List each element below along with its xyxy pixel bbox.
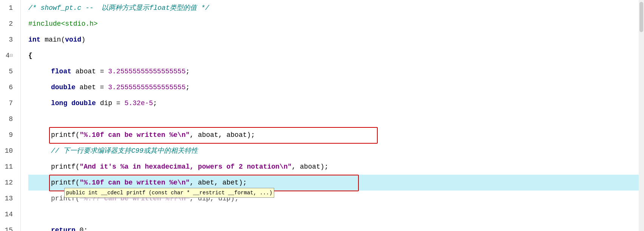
- line9-args: , aboat, aboat);: [190, 127, 255, 143]
- autocomplete-text: public int __cdecl printf (const char * …: [66, 190, 272, 196]
- code-line-4: {: [28, 48, 644, 64]
- line-num-1: 1: [0, 0, 17, 16]
- code-line-7: long double dip = 5.32e-5 ;: [28, 95, 644, 111]
- line6-semi: ;: [185, 79, 190, 95]
- line-num-10: 10: [0, 143, 17, 159]
- line-num-9: 9: [0, 127, 17, 143]
- line7-val: 5.32e-5: [124, 95, 153, 111]
- line11-str: "And it's %a in hexadecimal, powers of 2…: [80, 159, 292, 175]
- code-area[interactable]: /* showf_pt.c -- 以两种方式显示float类型的值 */ #in…: [21, 0, 644, 231]
- code-line-3: int main( void ): [28, 32, 644, 48]
- line6-abet: abet =: [76, 79, 108, 95]
- line9-printf: printf(: [51, 127, 80, 143]
- line2-content: #include<stdio.h>: [28, 16, 98, 32]
- code-line-10: // 下一行要求编译器支持C99或其中的相关特性: [28, 143, 644, 159]
- scrollbar-thumb[interactable]: [639, 2, 643, 32]
- line-num-15: 15: [0, 222, 17, 231]
- line15-zero: 0;: [76, 222, 88, 231]
- line-num-4: 4⊟: [0, 48, 17, 64]
- line3-paren: ): [81, 32, 85, 48]
- line11-args: , aboat);: [292, 159, 328, 175]
- line7-semi: ;: [153, 95, 157, 111]
- code-line-6: double abet = 3.25555555555555555 ;: [28, 79, 644, 95]
- line11-printf: printf(: [51, 159, 80, 175]
- line6-val: 3.25555555555555555: [108, 79, 185, 95]
- code-line-8: [28, 111, 644, 127]
- code-editor: 1 2 3 4⊟ 5 6 7 8 9 10 11 12 13 14 15 /* …: [0, 0, 644, 231]
- line-num-11: 11: [0, 159, 17, 175]
- code-line-14: [28, 206, 644, 222]
- line15-return: return: [51, 222, 76, 231]
- line-num-5: 5: [0, 64, 17, 79]
- line7-long: long double: [51, 95, 96, 111]
- line1-content: /* showf_pt.c -- 以两种方式显示float类型的值 */: [28, 0, 209, 16]
- code-line-5: float aboat = 3.25555555555555555 ;: [28, 64, 644, 79]
- code-line-1: /* showf_pt.c -- 以两种方式显示float类型的值 */: [28, 0, 644, 16]
- line-num-3: 3: [0, 32, 17, 48]
- line4-brace: {: [28, 48, 32, 64]
- line3-void: void: [65, 32, 81, 48]
- code-line-9: printf( "%.10f can be written %e\n" , ab…: [28, 127, 644, 143]
- line-num-6: 6: [0, 79, 17, 95]
- code-line-11: printf( "And it's %a in hexadecimal, pow…: [28, 159, 644, 175]
- line5-val: 3.25555555555555555: [108, 64, 185, 79]
- line3-int: int: [28, 32, 40, 48]
- line9-str: "%.10f can be written %e\n": [80, 127, 190, 143]
- line3-main: main(: [40, 32, 65, 48]
- line10-comment: // 下一行要求编译器支持C99或其中的相关特性: [51, 143, 198, 159]
- code-line-2: #include<stdio.h>: [28, 16, 644, 32]
- line7-dip: dip =: [96, 95, 125, 111]
- line6-double: double: [51, 79, 76, 95]
- line-numbers: 1 2 3 4⊟ 5 6 7 8 9 10 11 12 13 14 15: [0, 0, 21, 231]
- fold-icon[interactable]: ⊟: [10, 48, 13, 64]
- line-num-14: 14: [0, 206, 17, 222]
- line-num-13: 13: [0, 191, 17, 206]
- code-line-15: return 0;: [28, 222, 644, 231]
- line-num-8: 8: [0, 111, 17, 127]
- line-num-12: 12: [0, 175, 17, 191]
- scrollbar[interactable]: [639, 0, 644, 231]
- autocomplete-popup: public int __cdecl printf (const char * …: [64, 188, 274, 198]
- line5-semi: ;: [185, 64, 190, 79]
- line5-aboat: aboat =: [71, 64, 108, 79]
- line-num-2: 2: [0, 16, 17, 32]
- line5-float: float: [51, 64, 71, 79]
- line-num-7: 7: [0, 95, 17, 111]
